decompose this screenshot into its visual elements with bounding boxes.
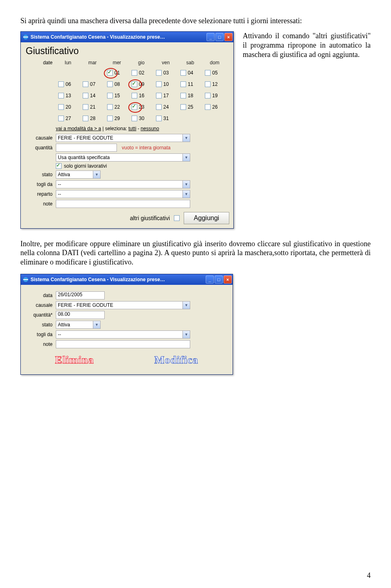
- day-checkbox[interactable]: [132, 93, 137, 98]
- calendar-cell[interactable]: 29: [105, 113, 129, 124]
- day-checkbox[interactable]: [205, 70, 211, 76]
- day-checkbox[interactable]: [180, 93, 186, 98]
- input-data[interactable]: 26/01/2005: [56, 291, 105, 299]
- calendar-cell[interactable]: 19: [202, 90, 227, 101]
- day-checkbox[interactable]: [107, 116, 113, 121]
- calendar-grid: 0102030405060708091011121314151617181920…: [56, 67, 227, 124]
- calendar-cell[interactable]: 09: [129, 79, 154, 90]
- input-note[interactable]: [56, 200, 190, 208]
- calendar-cell[interactable]: 27: [56, 113, 80, 124]
- titlebar[interactable]: Sistema Confartigianato Cesena - Visuali…: [21, 274, 233, 285]
- calendar-cell[interactable]: 15: [105, 90, 129, 101]
- calendar-cell[interactable]: 30: [129, 113, 154, 124]
- select-togli-da[interactable]: --▼: [56, 180, 190, 188]
- day-checkbox[interactable]: [58, 93, 64, 98]
- calendar-cell[interactable]: 11: [178, 79, 202, 90]
- day-checkbox[interactable]: [83, 93, 88, 98]
- calendar-cell[interactable]: 06: [56, 79, 80, 90]
- calendar-cell[interactable]: 02: [129, 67, 154, 79]
- day-checkbox[interactable]: [180, 81, 186, 87]
- day-checkbox[interactable]: [156, 70, 162, 76]
- day-checkbox[interactable]: [107, 93, 113, 98]
- input-quantita[interactable]: 08.00: [56, 311, 105, 319]
- label-quantita: quantità: [25, 145, 56, 151]
- select-causale[interactable]: FERIE - FERIE GODUTE▼: [56, 134, 190, 142]
- calendar-cell[interactable]: 31: [154, 113, 178, 124]
- day-checkbox[interactable]: [58, 81, 64, 87]
- select-stato[interactable]: Attiva▼: [56, 170, 101, 179]
- elimina-button[interactable]: Elimina: [55, 354, 94, 366]
- day-checkbox[interactable]: [156, 116, 162, 121]
- calendar-cell[interactable]: 26: [202, 101, 227, 113]
- close-button[interactable]: ×: [224, 275, 232, 284]
- day-number: 01: [114, 70, 120, 76]
- day-checkbox[interactable]: [205, 93, 211, 98]
- day-number: 19: [212, 93, 217, 98]
- weekday-label: dom: [202, 60, 227, 66]
- aggiungi-button[interactable]: Aggiungi: [184, 212, 229, 224]
- day-checkbox[interactable]: [132, 81, 137, 87]
- modifica-button[interactable]: Modifica: [154, 354, 198, 366]
- titlebar[interactable]: Sistema Confartigianato Cesena - Visuali…: [21, 32, 233, 42]
- day-checkbox[interactable]: [83, 81, 88, 87]
- calendar-cell[interactable]: 01: [105, 67, 129, 79]
- day-number: 29: [114, 116, 120, 121]
- calendar-cell[interactable]: 13: [56, 90, 80, 101]
- day-checkbox[interactable]: [58, 116, 64, 121]
- calendar-cell[interactable]: 05: [202, 67, 227, 79]
- input-note[interactable]: [56, 340, 190, 348]
- calendar-cell[interactable]: 23: [129, 101, 154, 113]
- link-tutti[interactable]: tutti: [128, 126, 136, 131]
- calendar-cell[interactable]: 21: [80, 101, 105, 113]
- calendar-cell[interactable]: 18: [178, 90, 202, 101]
- day-checkbox[interactable]: [180, 104, 186, 110]
- weekday-label: mer: [105, 60, 129, 66]
- day-checkbox[interactable]: [107, 81, 113, 87]
- day-checkbox[interactable]: [205, 104, 211, 110]
- day-checkbox[interactable]: [180, 70, 186, 76]
- maximize-button[interactable]: □: [215, 33, 224, 41]
- select-quantita-mode[interactable]: Usa quantità specificata▼: [56, 153, 190, 162]
- day-checkbox[interactable]: [132, 70, 137, 76]
- day-checkbox[interactable]: [83, 116, 88, 121]
- calendar-cell[interactable]: 08: [105, 79, 129, 90]
- day-checkbox[interactable]: [205, 81, 211, 87]
- select-causale[interactable]: FERIE - FERIE GODUTE▼: [56, 301, 190, 309]
- day-checkbox[interactable]: [156, 104, 162, 110]
- chevron-down-icon: ▼: [182, 154, 190, 161]
- calendar-cell[interactable]: 28: [80, 113, 105, 124]
- day-checkbox[interactable]: [132, 104, 137, 110]
- calendar-cell[interactable]: 03: [154, 67, 178, 79]
- minimize-button[interactable]: _: [206, 33, 215, 41]
- calendar-cell[interactable]: 10: [154, 79, 178, 90]
- calendar-cell[interactable]: 17: [154, 90, 178, 101]
- select-stato[interactable]: Attiva▼: [56, 321, 101, 329]
- calendar-cell[interactable]: 16: [129, 90, 154, 101]
- day-checkbox[interactable]: [58, 104, 64, 110]
- minimize-button[interactable]: _: [206, 275, 214, 284]
- calendar-cell[interactable]: 22: [105, 101, 129, 113]
- day-number: 06: [66, 81, 71, 87]
- maximize-button[interactable]: □: [215, 275, 223, 284]
- day-checkbox[interactable]: [107, 70, 113, 76]
- select-reparto[interactable]: --▼: [56, 190, 190, 198]
- input-quantita[interactable]: [56, 144, 117, 152]
- calendar-cell[interactable]: 20: [56, 101, 80, 113]
- calendar-cell[interactable]: 12: [202, 79, 227, 90]
- day-checkbox[interactable]: [107, 104, 113, 110]
- calendar-cell[interactable]: 14: [80, 90, 105, 101]
- day-checkbox[interactable]: [156, 93, 162, 98]
- close-button[interactable]: ×: [224, 33, 233, 41]
- checkbox-solo-lavorativi[interactable]: [56, 163, 62, 169]
- select-togli-da[interactable]: --▼: [56, 330, 190, 339]
- calendar-cell[interactable]: 04: [178, 67, 202, 79]
- calendar-cell[interactable]: 25: [178, 101, 202, 113]
- day-checkbox[interactable]: [83, 104, 88, 110]
- link-modalita[interactable]: vai a modalità da > a: [56, 126, 101, 131]
- day-checkbox[interactable]: [156, 81, 162, 87]
- link-nessuno[interactable]: nessuno: [141, 126, 159, 131]
- checkbox-altri-giustificativi[interactable]: [174, 215, 180, 221]
- calendar-cell[interactable]: 24: [154, 101, 178, 113]
- day-checkbox[interactable]: [132, 116, 137, 121]
- calendar-cell[interactable]: 07: [80, 79, 105, 90]
